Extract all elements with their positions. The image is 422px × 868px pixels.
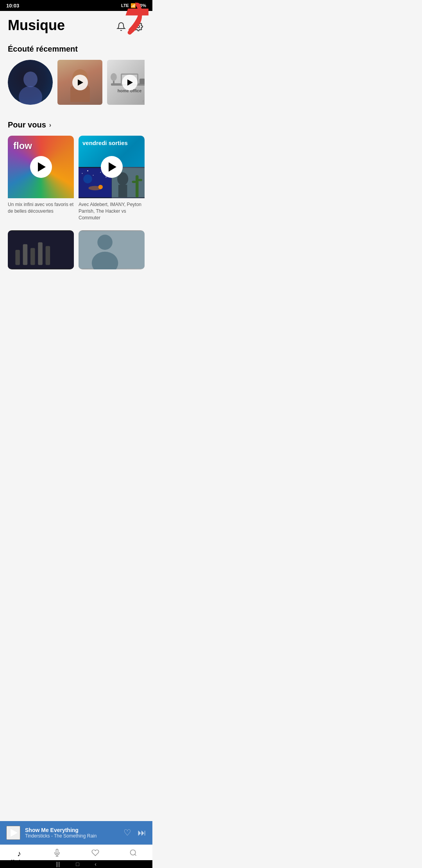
- bottom-card-2[interactable]: [79, 230, 145, 269]
- flow-play-button[interactable]: [30, 156, 52, 178]
- svg-rect-29: [15, 250, 20, 265]
- vendredi-play-icon: [109, 162, 116, 172]
- svg-rect-24: [118, 185, 127, 197]
- header: Musique: [8, 17, 145, 35]
- play-button-3[interactable]: [122, 75, 138, 90]
- svg-rect-33: [46, 246, 50, 265]
- recent-item-2[interactable]: [57, 60, 102, 105]
- flow-play-icon: [38, 162, 46, 172]
- svg-rect-31: [30, 248, 35, 265]
- svg-point-15: [87, 170, 88, 172]
- vendredi-play-button[interactable]: [101, 156, 123, 178]
- pour-vous-section: Pour vous › flow Un mix infini avec vos …: [8, 120, 145, 221]
- flow-card-image: flow: [8, 136, 74, 198]
- pour-vous-grid: flow Un mix infini avec vos favoris et d…: [8, 136, 145, 221]
- bottom-cards: [8, 230, 145, 269]
- bottom-card-1[interactable]: [8, 230, 74, 269]
- svg-point-19: [83, 174, 92, 183]
- svg-point-35: [97, 235, 113, 250]
- svg-point-17: [100, 172, 101, 173]
- recent-section: Écouté récemment: [8, 45, 145, 108]
- vendredi-label: vendredi sorties: [82, 140, 141, 147]
- vendredi-card-image: vendredi sorties: [79, 136, 145, 198]
- svg-point-3: [23, 72, 38, 87]
- settings-arrow: [119, 1, 150, 32]
- main-content: Musique: [0, 11, 152, 316]
- flow-card[interactable]: flow Un mix infini avec vos favoris et d…: [8, 136, 74, 221]
- pour-vous-chevron[interactable]: ›: [49, 122, 51, 129]
- recent-item-1[interactable]: [8, 60, 53, 105]
- play-icon-2: [78, 79, 83, 86]
- svg-rect-30: [23, 244, 28, 265]
- svg-point-4: [19, 86, 42, 105]
- play-icon-3: [127, 79, 133, 86]
- pour-vous-header: Pour vous ›: [8, 120, 145, 129]
- svg-rect-32: [38, 242, 43, 265]
- page-title: Musique: [8, 17, 65, 34]
- flow-description: Un mix infini avec vos favoris et de bel…: [8, 201, 74, 215]
- svg-point-16: [93, 175, 94, 176]
- play-button-2[interactable]: [72, 75, 88, 90]
- pour-vous-title: Pour vous: [8, 120, 46, 129]
- vendredi-description: Avec Aldebert, IMANY, Peyton Parrish, Th…: [79, 201, 145, 221]
- status-time: 10:03: [6, 3, 19, 9]
- recent-thumb-1: [8, 60, 53, 105]
- svg-point-14: [82, 173, 82, 174]
- vendredi-card[interactable]: vendredi sorties: [79, 136, 145, 221]
- deezer-logo-3: [143, 97, 145, 102]
- svg-rect-10: [139, 79, 145, 84]
- header-icons: [115, 20, 145, 35]
- svg-rect-26: [132, 181, 136, 183]
- recent-scroll[interactable]: home office: [8, 60, 145, 108]
- svg-point-12: [111, 73, 117, 81]
- svg-point-21: [98, 185, 103, 189]
- recent-section-title: Écouté récemment: [8, 45, 145, 54]
- flow-label: flow: [13, 140, 32, 151]
- svg-rect-25: [136, 175, 139, 197]
- recent-item-3[interactable]: home office: [107, 60, 145, 105]
- svg-rect-27: [138, 179, 142, 181]
